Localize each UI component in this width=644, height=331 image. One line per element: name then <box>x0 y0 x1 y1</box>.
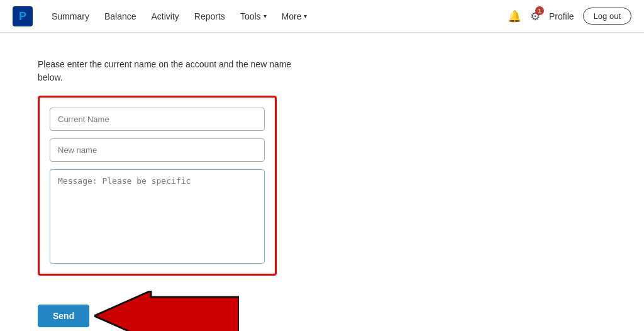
logout-button[interactable]: Log out <box>583 8 631 25</box>
message-textarea[interactable] <box>50 169 265 264</box>
red-arrow-icon <box>94 291 239 331</box>
send-button[interactable]: Send <box>38 305 89 327</box>
bell-icon[interactable]: 🔔 <box>508 9 521 23</box>
new-name-input[interactable] <box>50 138 265 162</box>
nav-activity[interactable]: Activity <box>144 0 187 33</box>
instruction-text: Please enter the current name on the acc… <box>38 58 302 84</box>
tools-chevron-icon: ▾ <box>264 13 267 20</box>
nav-right: 🔔 ⚙ 1 Profile Log out <box>508 8 631 25</box>
form-red-box <box>38 96 277 276</box>
gear-wrapper[interactable]: ⚙ 1 <box>530 9 540 23</box>
paypal-logo: P <box>13 6 33 26</box>
current-name-input[interactable] <box>50 108 265 131</box>
profile-link[interactable]: Profile <box>549 11 574 21</box>
nav-balance[interactable]: Balance <box>97 0 144 33</box>
navigation: P Summary Balance Activity Reports Tools… <box>0 0 644 33</box>
send-area: Send <box>38 291 606 331</box>
notification-badge: 1 <box>535 6 544 15</box>
nav-links: Summary Balance Activity Reports Tools ▾… <box>44 0 508 33</box>
nav-reports[interactable]: Reports <box>187 0 233 33</box>
nav-summary[interactable]: Summary <box>44 0 97 33</box>
more-chevron-icon: ▾ <box>304 13 307 20</box>
arrow-container <box>94 291 239 331</box>
svg-text:P: P <box>19 10 26 23</box>
svg-marker-2 <box>94 291 239 331</box>
main-content: Please enter the current name on the acc… <box>0 33 644 331</box>
nav-more[interactable]: More ▾ <box>274 0 315 33</box>
nav-tools[interactable]: Tools ▾ <box>233 0 274 33</box>
